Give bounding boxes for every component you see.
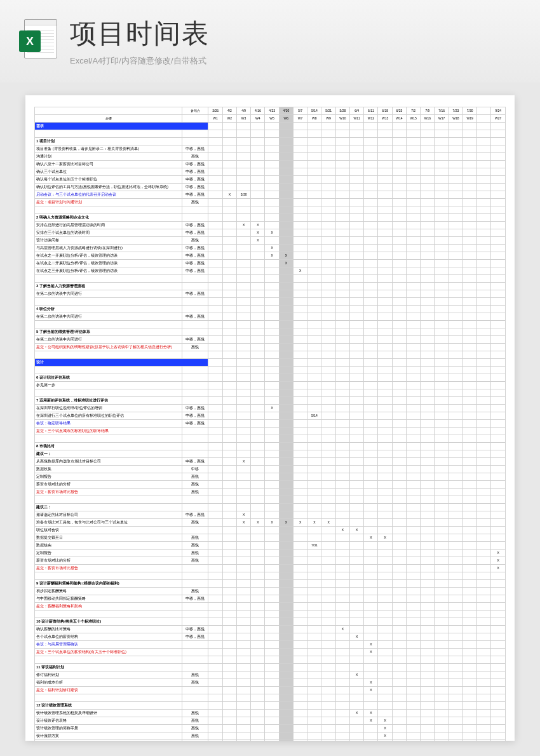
page-subtitle: Excel/A4打印/内容随意修改/自带格式 [70, 55, 521, 67]
excel-file-icon: X [19, 19, 57, 64]
spreadsheet-preview: 参与方3/264/24/94/164/234/305/75/145/215/28… [25, 95, 515, 741]
schedule-table: 参与方3/264/24/94/164/234/305/75/145/215/28… [34, 107, 506, 741]
header-banner: X 项目时间表 Excel/A4打印/内容随意修改/自带格式 [0, 0, 540, 83]
page: X 项目时间表 Excel/A4打印/内容随意修改/自带格式 参与方3/264/… [0, 0, 540, 756]
excel-badge: X [19, 30, 41, 52]
page-title: 项目时间表 [70, 16, 521, 51]
